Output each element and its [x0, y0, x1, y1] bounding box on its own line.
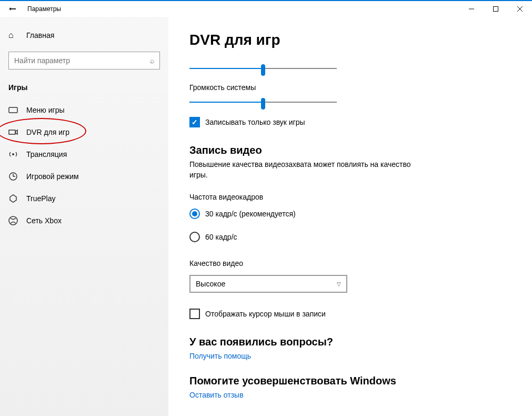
help-title: У вас появились вопросы? — [189, 336, 511, 348]
radio-60fps[interactable] — [189, 232, 200, 242]
radio-30fps[interactable] — [189, 209, 200, 219]
sidebar-home-label: Главная — [26, 31, 54, 39]
sidebar-home[interactable]: ⌂ Главная — [0, 26, 168, 44]
sidebar-item-label: Трансляция — [26, 150, 67, 159]
svg-rect-5 — [9, 130, 15, 134]
gamebar-icon — [8, 105, 18, 115]
sidebar-item-label: DVR для игр — [26, 128, 69, 136]
sidebar-item-dvr[interactable]: DVR для игр — [0, 121, 168, 143]
svg-rect-4 — [9, 107, 17, 113]
sidebar-item-label: Сеть Xbox — [26, 216, 62, 225]
sidebar-item-label: Игровой режим — [26, 172, 79, 181]
search-input[interactable] — [14, 56, 150, 65]
dvr-icon — [8, 127, 18, 137]
sidebar-item-label: Меню игры — [26, 106, 65, 114]
radio-60fps-label: 60 кадр/с — [205, 233, 237, 241]
sidebar: ⌂ Главная ⌕ Игры Меню игры DVR для игр Т… — [0, 17, 168, 416]
gamemode-icon — [8, 172, 18, 181]
radio-30fps-label: 30 кадр/с (рекомендуется) — [205, 210, 296, 218]
chevron-down-icon: ▽ — [337, 281, 341, 287]
page-title: DVR для игр — [189, 32, 511, 48]
window-title: Параметры — [25, 5, 61, 13]
quality-value: Высокое — [196, 280, 225, 288]
maximize-button[interactable] — [484, 1, 508, 17]
sidebar-item-label: TruePlay — [26, 194, 56, 203]
video-section-desc: Повышение качества видеозахвата может по… — [189, 160, 421, 180]
help-link[interactable]: Получить помощь — [189, 352, 251, 360]
feedback-title: Помогите усовершенствовать Windows — [189, 375, 511, 387]
cursor-checkbox[interactable] — [189, 309, 200, 319]
sidebar-item-broadcast[interactable]: Трансляция — [0, 143, 168, 165]
video-section-title: Запись видео — [189, 144, 511, 156]
sidebar-item-trueplay[interactable]: TruePlay — [0, 187, 168, 210]
search-icon: ⌕ — [150, 56, 154, 65]
content-area: DVR для игр Громкость системы Записывать… — [168, 17, 532, 416]
svg-rect-1 — [494, 7, 498, 12]
search-box[interactable]: ⌕ — [8, 52, 160, 70]
sidebar-category: Игры — [0, 79, 168, 99]
slider-1[interactable] — [189, 63, 337, 74]
xbox-icon — [8, 216, 18, 225]
sidebar-item-gamemode[interactable]: Игровой режим — [0, 165, 168, 187]
home-icon: ⌂ — [8, 31, 18, 40]
minimize-button[interactable] — [459, 1, 484, 17]
close-button[interactable] — [508, 1, 532, 17]
record-only-game-label: Записывать только звук игры — [205, 118, 305, 126]
cursor-label: Отображать курсор мыши в записи — [205, 310, 326, 318]
sidebar-item-xbox[interactable]: Сеть Xbox — [0, 210, 168, 232]
sidebar-item-gamebar[interactable]: Меню игры — [0, 99, 168, 121]
trueplay-icon — [8, 194, 18, 203]
svg-point-10 — [9, 216, 17, 225]
feedback-link[interactable]: Оставить отзыв — [189, 391, 244, 399]
broadcast-icon — [8, 150, 18, 159]
quality-select[interactable]: Высокое ▽ — [189, 275, 347, 293]
slider-2[interactable] — [189, 97, 337, 107]
svg-point-6 — [12, 153, 14, 155]
framerate-label: Частота видеокадров — [189, 193, 511, 201]
titlebar: 🠔 Параметры — [0, 0, 532, 17]
back-button[interactable]: 🠔 — [0, 5, 25, 13]
record-only-game-checkbox[interactable] — [189, 117, 200, 127]
slider-2-label: Громкость системы — [189, 83, 511, 92]
quality-label: Качество видео — [189, 259, 511, 268]
